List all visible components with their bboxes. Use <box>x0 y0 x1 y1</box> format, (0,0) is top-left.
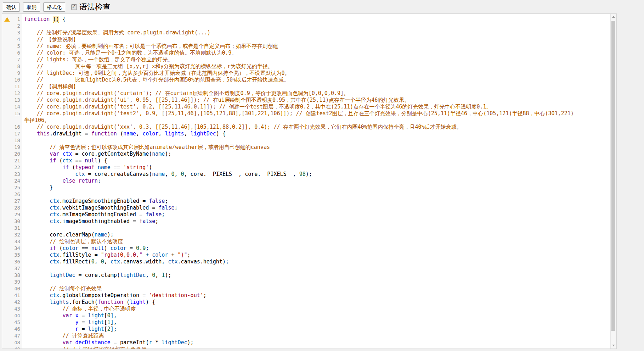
code-token[interactable] <box>24 211 50 218</box>
code-token[interactable]: null <box>91 245 104 251</box>
code-token[interactable]: .globalCompositeOperation = <box>59 292 149 299</box>
code-line[interactable]: 4 // 【参数说明】 <box>2 36 610 43</box>
code-token[interactable]: ; <box>162 211 165 218</box>
code-line[interactable]: 1function () { <box>2 16 610 23</box>
code-token[interactable]: lightDec <box>191 130 216 137</box>
code-token[interactable]: , <box>184 130 191 137</box>
code-token[interactable]: var <box>62 339 72 346</box>
code-text[interactable]: var ctx = core.getContextByName(name); <box>22 151 610 157</box>
code-token[interactable]: 1 <box>107 319 111 325</box>
code-token[interactable]: var <box>62 312 72 319</box>
code-token[interactable]: color <box>62 245 78 251</box>
code-token[interactable]: // 绘制灯光/漆黑层效果。调用方式 core.plugin.drawLight… <box>24 29 210 36</box>
code-text[interactable]: // 【参数说明】 <box>22 36 610 43</box>
code-text[interactable]: else return; <box>22 178 610 184</box>
code-editor[interactable]: 1function () {23 // 绘制灯光/漆黑层效果。调用方式 core… <box>2 13 617 349</box>
code-line[interactable]: 37 <box>2 265 610 272</box>
code-line[interactable]: 3 // 绘制灯光/漆黑层效果。调用方式 core.plugin.drawLig… <box>2 29 610 36</box>
code-token[interactable]: [ <box>104 326 107 332</box>
code-line[interactable]: 48 var decDistance = parseInt(r * lightD… <box>2 339 610 346</box>
code-line[interactable]: 47 // 计算衰减距离 <box>2 333 610 339</box>
code-token[interactable]: ; <box>187 252 191 258</box>
code-token[interactable]: ) <box>104 245 111 251</box>
code-line[interactable]: 45 y = light[1], <box>2 319 610 326</box>
code-token[interactable]: ctx <box>168 258 177 265</box>
scrollbar-thumb[interactable] <box>611 21 615 331</box>
code-token[interactable]: // 清空色调层；也可以修改成其它层比如animate/weather层，或者用… <box>24 144 270 150</box>
code-text[interactable]: core.clearMap(name); <box>22 232 610 238</box>
code-token[interactable]: 'string' <box>123 164 149 171</box>
code-token[interactable]: .forEach( <box>69 299 97 305</box>
code-token[interactable]: 0.9 <box>136 245 146 251</box>
code-token[interactable]: + <box>142 252 152 258</box>
code-token[interactable] <box>75 178 79 184</box>
code-token[interactable]: lights <box>50 299 69 305</box>
code-text[interactable]: ctx.fillStyle = "rgba(0,0,0," + color + … <box>22 252 610 258</box>
code-line[interactable]: 46 r = light[2]; <box>2 326 610 333</box>
scroll-up-arrow-icon[interactable] <box>611 14 616 20</box>
code-text[interactable]: if (ctx == null) { <box>22 157 610 164</box>
code-token[interactable]: ctx <box>62 151 72 157</box>
code-token[interactable] <box>24 130 37 137</box>
code-line[interactable]: 36 ctx.fillRect(0, 0, ctx.canvas.width, … <box>2 258 610 265</box>
code-token[interactable]: , <box>165 171 171 177</box>
code-token[interactable]: ")" <box>178 252 187 258</box>
code-text[interactable]: // 清空色调层；也可以修改成其它层比如animate/weather层，或者用… <box>22 144 610 151</box>
code-line[interactable]: 43 // 坐标，半径，中心不透明度 <box>2 306 610 312</box>
code-line[interactable]: 41 ctx.globalCompositeOperation = 'desti… <box>2 292 610 299</box>
code-token[interactable]: color <box>152 252 168 258</box>
code-token[interactable]: ; <box>155 218 158 224</box>
code-line[interactable]: 12 // core.plugin.drawLight('curtain'); … <box>2 90 610 97</box>
code-text[interactable]: // 绘制灯光/漆黑层效果。调用方式 core.plugin.drawLight… <box>22 29 610 36</box>
code-line[interactable]: 2 <box>2 23 610 29</box>
code-line[interactable]: 32 core.clearMap(name); <box>2 232 610 238</box>
code-token[interactable]: // color: 可选，只能是一个0~1之间的数，为不透明度的值。不填则默认为… <box>24 50 237 56</box>
code-token[interactable]: x <box>75 312 79 319</box>
code-token[interactable]: , <box>158 130 165 137</box>
code-token[interactable]: function <box>91 130 117 137</box>
code-token[interactable]: [ <box>104 319 107 325</box>
code-text[interactable]: ctx.mozImageSmoothingEnabled = false; <box>22 198 610 205</box>
code-token[interactable]: // 绘制每个灯光效果 <box>24 285 102 292</box>
code-text[interactable]: } <box>22 184 610 191</box>
code-token[interactable]: ctx <box>50 218 59 224</box>
code-token[interactable]: // core.plugin.drawLight('test', 0.2, [[… <box>24 104 492 110</box>
code-text[interactable] <box>22 23 610 29</box>
code-line[interactable]: 38 lightDec = core.clamp(lightDec, 0, 1)… <box>2 272 610 279</box>
code-token[interactable]: ctx <box>50 292 59 299</box>
cancel-button[interactable]: 取消 <box>23 2 40 12</box>
code-text[interactable]: r = light[2]; <box>22 326 610 333</box>
code-token[interactable]: // 绘制色调层，默认不透明度 <box>24 238 123 245</box>
code-token[interactable]: ( <box>56 245 62 251</box>
code-token[interactable]: ( <box>69 164 75 171</box>
code-line[interactable]: 31 <box>2 225 610 232</box>
code-text[interactable] <box>22 265 610 272</box>
code-token[interactable]: .canvas.width, <box>120 258 168 265</box>
code-token[interactable]: y <box>75 319 79 325</box>
code-line[interactable]: 11 // 【调用样例】 <box>2 83 610 90</box>
code-token[interactable]: ( <box>56 157 62 164</box>
code-line[interactable]: 21 if (ctx == null) { <box>2 157 610 164</box>
code-token[interactable] <box>24 178 62 184</box>
code-token[interactable]: name <box>95 232 107 238</box>
code-token[interactable]: "rgba(0,0,0," <box>101 252 142 258</box>
code-token[interactable]: = parseInt( <box>111 339 149 346</box>
code-token[interactable]: // lights: 可选，一个数组，定义了每个独立的灯光。 <box>24 56 173 63</box>
code-line[interactable]: 29 ctx.msImageSmoothingEnabled = false; <box>2 211 610 218</box>
code-token[interactable] <box>24 164 62 171</box>
code-token[interactable]: lightDec <box>120 272 146 278</box>
code-token[interactable]: 98 <box>299 171 306 177</box>
lint-warning-icon[interactable] <box>4 17 10 22</box>
code-text[interactable]: // 【调用样例】 <box>22 83 610 90</box>
code-line[interactable]: 7 // lights: 可选，一个数组，定义了每个独立的灯光。 <box>2 56 610 63</box>
code-token[interactable]: // 坐标，半径，中心不透明度 <box>24 306 136 312</box>
code-line[interactable]: 39 <box>2 279 610 285</box>
code-token[interactable] <box>24 205 50 211</box>
code-token[interactable] <box>24 198 50 204</box>
code-text[interactable]: // color: 可选，只能是一个0~1之间的数，为不透明度的值。不填则默认为… <box>22 50 610 56</box>
code-text[interactable]: // lightDec: 可选，0到1之间，光从多少百分比才开始衰减（在此范围内… <box>22 70 610 77</box>
code-token[interactable]: ctx <box>111 258 120 265</box>
code-token[interactable]: = <box>79 319 88 325</box>
code-text[interactable]: if (typeof name == 'string') <box>22 164 610 171</box>
code-token[interactable]: // 正方形区域的直径和左上角坐标 <box>24 346 146 349</box>
